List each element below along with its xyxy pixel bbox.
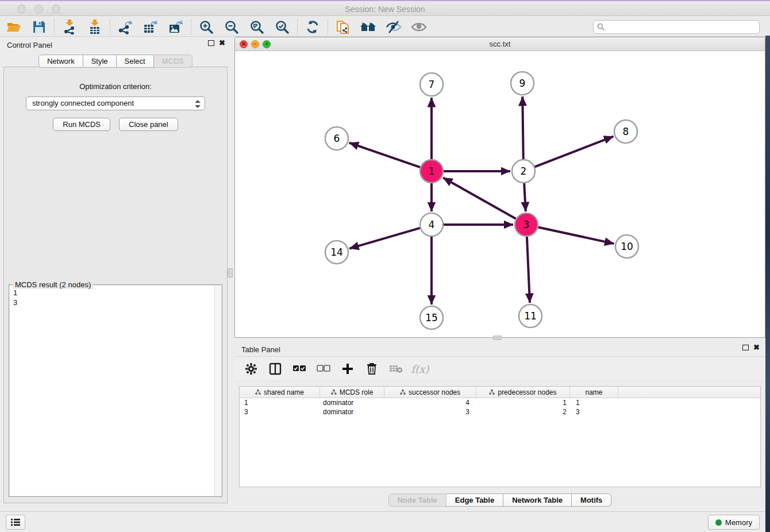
zoom-selected-icon [275,20,290,34]
export-table-button[interactable] [138,18,163,36]
add-entry-button[interactable] [339,360,356,377]
home-view-button[interactable] [356,18,381,36]
table-tab-motifs[interactable]: Motifs [572,494,611,507]
tab-network[interactable]: Network [38,55,83,68]
table-tab-node-table[interactable]: Node Table [388,494,446,507]
column-header-MCDS-role[interactable]: MCDS role [320,387,384,398]
column-header-name[interactable]: name [570,387,618,398]
graph-edge-1-6[interactable] [349,143,420,168]
toolbar-separator [110,20,110,34]
close-panel-icon[interactable]: ✖ [219,40,225,46]
window-titlebar: Session: New Session [0,0,770,16]
hide-panels-button[interactable] [381,18,406,36]
fx-icon: f(x) [411,363,429,375]
node-table: shared nameMCDS rolesuccessor nodesprede… [239,386,761,487]
tab-mcds[interactable]: MCDS [154,55,192,68]
graph-edge-4-14[interactable] [349,228,420,249]
eye-slash-icon [386,21,402,33]
graph-edge-3-10[interactable] [538,227,614,244]
list-icon [10,518,21,526]
vertical-splitter-grip[interactable] [228,268,233,277]
clone-network-icon [336,19,351,35]
toolbar-separator [328,20,328,34]
memory-label: Memory [725,518,752,527]
table-tab-network-table[interactable]: Network Table [503,494,572,507]
tree-icon [400,390,406,395]
import-network-icon [63,20,76,34]
close-table-panel-icon[interactable]: ✖ [753,345,760,350]
graph-edge-3-1[interactable] [443,178,516,218]
table-tabs: Node TableEdge TableNetwork TableMotifs [234,494,765,507]
export-image-icon [168,20,183,34]
save-session-button[interactable] [26,18,52,36]
export-table-icon [143,20,158,34]
export-network-button[interactable] [113,18,138,36]
column-label: MCDS role [340,388,374,396]
graph-edge-3-11[interactable] [527,237,530,303]
toolbar-separator [297,20,298,34]
search-input[interactable] [593,20,760,34]
result-scrollbar[interactable] [214,286,221,496]
mcds-result-list[interactable]: 13 [10,286,221,496]
zoom-selected-button[interactable] [270,18,295,36]
optimization-criterion-select[interactable]: strongly connected component [26,97,205,110]
open-session-button[interactable] [1,18,26,36]
zoom-out-button[interactable] [219,18,244,36]
column-header-predecessor-nodes[interactable]: predecessor nodes [476,387,570,398]
graph-edge-2-8[interactable] [535,136,614,167]
zoom-in-button[interactable] [194,18,219,36]
run-mcds-button[interactable]: Run MCDS [53,118,110,131]
deselect-all-button[interactable] [315,360,332,377]
control-panel-header: Control Panel ✖ [0,37,231,52]
mcds-tab-content: Optimization criterion: strongly connect… [3,67,228,503]
network-canvas[interactable]: 7968124314101511 [235,51,765,337]
control-panel-tabs: NetworkStyleSelectMCDS [0,55,231,68]
open-folder-icon [6,20,21,34]
column-header-successor-nodes[interactable]: successor nodes [384,387,476,398]
mcds-result-title: MCDS result (2 nodes) [13,280,93,289]
delete-table-button[interactable] [387,360,405,377]
delete-entry-button[interactable] [363,360,380,377]
cell-predecessor-nodes: 1 [476,398,570,407]
memory-button[interactable]: Memory [708,515,760,530]
network-window-titlebar: ✕ − + scc.txt [235,37,765,51]
delete-table-icon [389,364,403,373]
clone-network-button[interactable] [330,18,356,36]
graph-edge-2-3[interactable] [524,183,526,211]
control-panel-title: Control Panel [7,41,52,49]
table-row[interactable]: 1dominator411 [240,398,760,407]
status-bar: Memory [0,511,765,532]
eye-icon [411,21,427,33]
zoom-fit-button[interactable] [244,18,270,36]
show-panels-button[interactable] [406,18,432,36]
mcds-result-box: 13 MCDS result (2 nodes) [9,284,222,497]
column-label: successor nodes [409,388,460,396]
horizontal-splitter-grip[interactable] [493,336,502,340]
column-layout-button[interactable] [267,360,284,377]
table-row[interactable]: 3dominator323 [240,407,760,417]
tab-style[interactable]: Style [83,55,117,68]
cell-successor-nodes: 4 [384,398,476,407]
column-header-shared-name[interactable]: shared name [240,387,320,398]
refresh-layout-button[interactable] [300,18,325,36]
export-image-button[interactable] [163,18,188,36]
float-panel-icon[interactable] [208,40,214,46]
table-panel: Table Panel ✖ [234,341,765,510]
import-table-button[interactable] [82,18,107,36]
import-network-button[interactable] [57,18,82,36]
graph-node-label: 2 [521,165,527,177]
network-window-title: scc.txt [235,40,765,48]
cell-predecessor-nodes: 2 [476,407,570,417]
column-label: shared name [264,388,304,396]
select-all-button[interactable] [291,360,308,377]
float-table-panel-icon[interactable] [742,345,749,350]
tab-select[interactable]: Select [117,55,154,68]
optimization-criterion-value: strongly connected component [32,99,134,107]
table-tab-edge-table[interactable]: Edge Table [446,494,503,507]
table-settings-button[interactable] [242,360,260,377]
import-table-icon [88,20,102,34]
graph-edge-2-9[interactable] [522,97,523,159]
function-builder-button[interactable]: f(x) [411,360,429,377]
task-history-button[interactable] [6,515,25,530]
close-panel-button[interactable]: Close panel [119,118,178,131]
